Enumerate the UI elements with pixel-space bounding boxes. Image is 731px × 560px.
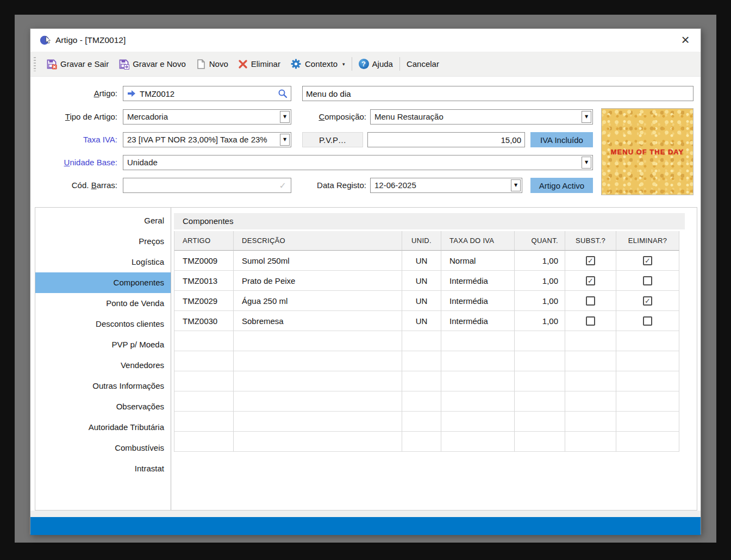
chevron-down-icon[interactable]	[280, 134, 290, 146]
table-empty-row	[174, 391, 679, 412]
table-row[interactable]: TMZ0029Água 250 mlUNIntermédia1,00	[174, 291, 679, 311]
chevron-down-icon[interactable]	[582, 111, 591, 123]
sidebar-item-combust-veis[interactable]: Combustíveis	[35, 438, 171, 458]
checkmark-icon	[279, 181, 286, 191]
table-row[interactable]: TMZ0009Sumol 250mlUNNormal1,00	[174, 251, 679, 271]
empty-cell	[441, 391, 515, 412]
sidebar-item-ponto-de-venda[interactable]: Ponto de Venda	[35, 293, 171, 314]
eliminar-checkbox[interactable]	[643, 316, 652, 326]
toolbar-separator	[399, 57, 400, 71]
sidebar: GeralPreçosLogísticaComponentesPonto de …	[35, 208, 171, 510]
cell-unid[interactable]: UN	[402, 291, 441, 311]
data-registo-combo[interactable]: 12-06-2025	[370, 178, 522, 193]
close-icon[interactable]: ×	[677, 32, 694, 49]
pvp-button[interactable]: P.V.P…	[302, 132, 363, 147]
cell-quant[interactable]: 1,00	[515, 251, 565, 271]
cell-subst[interactable]	[565, 271, 616, 291]
taxa-iva-combo[interactable]: 23 [IVA PT NOR 23,00%] Taxa de 23%	[123, 132, 291, 147]
descricao-field[interactable]	[302, 86, 693, 101]
cell-subst[interactable]	[565, 311, 616, 331]
composicao-combo[interactable]: Menu Restauração	[370, 109, 593, 125]
pvp-input[interactable]	[368, 133, 524, 147]
sidebar-item-geral[interactable]: Geral	[35, 210, 171, 231]
sidebar-item-outras-informa-es[interactable]: Outras Informações	[35, 376, 171, 396]
sidebar-item-vendedores[interactable]: Vendedores	[35, 355, 171, 376]
sidebar-item-pvp-p-moeda[interactable]: PVP p/ Moeda	[35, 334, 171, 355]
eliminar-checkbox[interactable]	[643, 256, 652, 265]
empty-cell	[565, 432, 616, 452]
sidebar-item-autoridade-tribut-ria[interactable]: Autoridade Tributária	[35, 417, 171, 438]
novo-button[interactable]: Novo	[191, 57, 233, 72]
iva-incluido-button[interactable]: IVA Incluído	[530, 132, 593, 147]
sidebar-item-descontos-clientes[interactable]: Descontos clientes	[35, 314, 171, 334]
cell-artigo[interactable]: TMZ0009	[174, 251, 234, 271]
pvp-field[interactable]	[367, 132, 525, 147]
ajuda-button[interactable]: Ajuda	[354, 57, 398, 71]
contexto-button[interactable]: Contexto ▾	[285, 56, 350, 72]
cod-barras-input[interactable]	[123, 178, 279, 192]
empty-cell	[616, 351, 679, 371]
unidade-base-combo[interactable]: Unidade	[123, 155, 593, 170]
cancelar-button[interactable]: Cancelar	[402, 57, 444, 71]
sidebar-item-intrastat[interactable]: Intrastat	[35, 458, 171, 479]
cell-quant[interactable]: 1,00	[515, 311, 565, 331]
chevron-down-icon[interactable]	[511, 179, 521, 191]
empty-cell	[174, 391, 234, 412]
chevron-down-icon[interactable]	[582, 157, 591, 169]
toolbar-grip-handle[interactable]	[34, 57, 36, 71]
eliminar-button[interactable]: Eliminar	[233, 57, 285, 71]
artigo-field[interactable]	[123, 86, 291, 101]
taxa-iva-label[interactable]: Taxa IVA:	[36, 132, 117, 147]
empty-cell	[402, 331, 441, 351]
article-image[interactable]: MENU OF THE DAY	[601, 108, 693, 195]
cell-eliminar[interactable]	[616, 271, 679, 291]
sidebar-item-componentes[interactable]: Componentes	[35, 272, 171, 293]
cod-barras-field[interactable]	[123, 178, 291, 193]
descricao-input[interactable]	[303, 86, 693, 101]
artigo-activo-button[interactable]: Artigo Activo	[530, 178, 593, 193]
cell-quant[interactable]: 1,00	[515, 271, 565, 291]
cell-eliminar[interactable]	[616, 311, 679, 331]
cell-taxa[interactable]: Normal	[441, 251, 515, 271]
subst-checkbox[interactable]	[586, 256, 595, 265]
cell-taxa[interactable]: Intermédia	[441, 291, 515, 311]
unidade-base-label[interactable]: Unidade Base:	[36, 155, 117, 170]
gravar-e-sair-button[interactable]: Gravar e Sair	[41, 57, 114, 72]
chevron-down-icon[interactable]	[280, 111, 290, 123]
cell-unid[interactable]: UN	[402, 311, 441, 331]
empty-cell	[616, 371, 679, 391]
search-icon[interactable]	[278, 89, 288, 98]
cell-subst[interactable]	[565, 251, 616, 271]
eliminar-checkbox[interactable]	[643, 296, 652, 306]
table-row[interactable]: TMZ0013Prato de PeixeUNIntermédia1,00	[174, 271, 679, 291]
cell-quant[interactable]: 1,00	[515, 291, 565, 311]
cell-descricao[interactable]: Água 250 ml	[234, 291, 402, 311]
empty-cell	[234, 371, 402, 391]
cell-subst[interactable]	[565, 291, 616, 311]
cell-artigo[interactable]: TMZ0029	[174, 291, 234, 311]
cell-unid[interactable]: UN	[402, 271, 441, 291]
cell-unid[interactable]: UN	[402, 251, 441, 271]
delete-x-icon	[238, 59, 248, 69]
subst-checkbox[interactable]	[586, 296, 595, 306]
cell-descricao[interactable]: Prato de Peixe	[234, 271, 402, 291]
subst-checkbox[interactable]	[586, 316, 595, 326]
sidebar-item-pre-os[interactable]: Preços	[35, 231, 171, 252]
subst-checkbox[interactable]	[586, 276, 595, 285]
sidebar-item-log-stica[interactable]: Logística	[35, 252, 171, 272]
cell-eliminar[interactable]	[616, 291, 679, 311]
cell-artigo[interactable]: TMZ0013	[174, 271, 234, 291]
table-row[interactable]: TMZ0030SobremesaUNIntermédia1,00	[174, 311, 679, 331]
artigo-input[interactable]	[136, 86, 278, 101]
cell-artigo[interactable]: TMZ0030	[174, 311, 234, 331]
cell-taxa[interactable]: Intermédia	[441, 311, 515, 331]
eliminar-checkbox[interactable]	[643, 276, 652, 285]
sidebar-item-observa-es[interactable]: Observações	[35, 396, 171, 417]
gravar-e-novo-button[interactable]: Gravar e Novo	[114, 57, 191, 72]
cell-descricao[interactable]: Sumol 250ml	[234, 251, 402, 271]
cell-descricao[interactable]: Sobremesa	[234, 311, 402, 331]
tipo-artigo-combo[interactable]: Mercadoria	[123, 109, 291, 125]
cell-eliminar[interactable]	[616, 251, 679, 271]
cell-taxa[interactable]: Intermédia	[441, 271, 515, 291]
empty-cell	[441, 351, 515, 371]
